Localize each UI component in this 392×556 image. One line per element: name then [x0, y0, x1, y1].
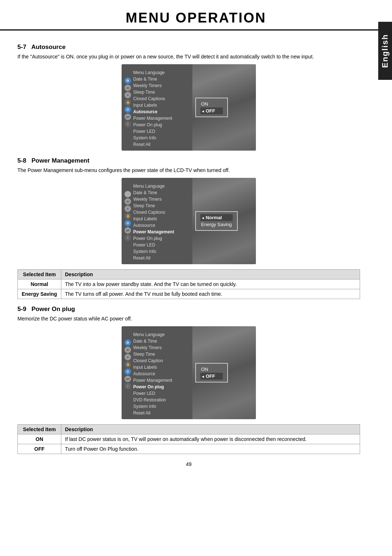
- pop-table-row2-item: OFF: [18, 444, 61, 454]
- pop-icon-ap: AP: [124, 376, 131, 382]
- pm-icon-ap: AP: [124, 227, 131, 234]
- icon-gear: ⚙: [124, 106, 131, 113]
- section-autosource-title: 5-7 Autosource: [17, 44, 360, 51]
- pm-item-sleeptime: Sleep Time: [133, 203, 174, 209]
- powermgmt-option-panel: Normal Energy Saving: [195, 211, 238, 231]
- pop-item-sleeptime: Sleep Time: [133, 351, 172, 357]
- powermgmt-menu-panel: 40 ≡ 🔒 ⚙ AP ! Menu Language Date & Time …: [122, 178, 256, 264]
- icon-lock: 🔒: [124, 99, 131, 106]
- pop-item-weeklytimers: Weekly Timers: [133, 344, 172, 351]
- section-autosource: 5-7 Autosource If the "Autosource" is ON…: [17, 44, 360, 151]
- pm-item-closedcaptions: Closed Captions: [133, 209, 174, 216]
- section-poweronplug-desc: Memorize the DC power status while AC po…: [17, 315, 360, 323]
- pop-icon-lock: 🔒: [124, 361, 131, 368]
- poweronplug-menu-items: Menu Language Date & Time Weekly Timers …: [133, 329, 172, 416]
- page-title: MENU OPERATION: [0, 10, 392, 26]
- autosource-menu-items: Menu Language Date & Time Weekly Timers …: [133, 67, 172, 148]
- pop-item-closedcaption: Closed Caption: [133, 357, 172, 364]
- pm-item-autosource: Autosource: [133, 222, 174, 229]
- autosource-menu-right: ON OFF: [192, 64, 256, 151]
- pm-table-row1-desc: The TV into a low power standby state. A…: [61, 279, 360, 289]
- side-tab-english: English: [378, 22, 392, 80]
- autosource-screenshot: ✿ 40 ≡ 🔒 ⚙ AP ! Menu Language Date & Tim…: [17, 64, 360, 151]
- pm-icon-40: 40: [124, 198, 131, 205]
- section-power-management: 5-8 Power Management The Power Managemen…: [17, 157, 360, 299]
- powermgmt-table-col1-header: Selected Item: [18, 270, 61, 279]
- menu-item-closedcaptions: Closed Captions: [133, 95, 172, 102]
- menu-item-powermgmt: Power Management: [133, 115, 172, 122]
- pm-item-powermgmt: Power Management: [133, 229, 174, 235]
- menu-item-powerled: Power LED: [133, 128, 172, 135]
- icon-ap: AP: [124, 114, 131, 120]
- autosource-menu-left: ✿ 40 ≡ 🔒 ⚙ AP ! Menu Language Date & Tim…: [122, 64, 192, 151]
- pop-item-powermgmt: Power Management: [133, 377, 172, 384]
- icon-info: !: [124, 121, 131, 127]
- poweronplug-menu-left: ✿ 40 ≡ 🔒 ⚙ AP ! Menu Language Date & Tim…: [122, 326, 192, 419]
- pm-item-poweronplug: Power On plug: [133, 235, 174, 242]
- pm-item-inputlabels: Input Labels: [133, 216, 174, 222]
- autosource-menu-panel: ✿ 40 ≡ 🔒 ⚙ AP ! Menu Language Date & Tim…: [122, 64, 256, 151]
- powermgmt-icons-col: 40 ≡ 🔒 ⚙ AP !: [124, 181, 131, 261]
- table-row: ON If last DC power status is on, TV wil…: [18, 434, 360, 444]
- pop-icon-40: 40: [124, 347, 131, 353]
- pop-table-row1-desc: If last DC power status is on, TV will p…: [61, 434, 360, 444]
- pop-option-on: ON: [200, 366, 223, 373]
- pop-icon-flower: ✿: [124, 339, 131, 346]
- section-poweronplug-title: 5-9 Power On plug: [17, 306, 360, 313]
- pm-item-weeklytimers: Weekly Timers: [133, 196, 174, 203]
- pop-item-autosource: Autosource: [133, 371, 172, 377]
- pm-table-row1-item: Normal: [18, 279, 61, 289]
- menu-item-lang: Menu Language: [133, 69, 172, 76]
- pop-icon-info: !: [124, 383, 131, 389]
- powermgmt-table: Selected Item Description Normal The TV …: [17, 269, 360, 299]
- table-row: Energy Saving The TV turns off all power…: [18, 289, 360, 299]
- content-area: 5-7 Autosource If the "Autosource" is ON…: [0, 30, 377, 477]
- pm-icon-gear: ⚙: [124, 220, 131, 226]
- pm-item-datetime: Date & Time: [133, 189, 174, 196]
- pop-icon-gear: ⚙: [124, 368, 131, 375]
- powermgmt-table-col2-header: Description: [61, 270, 360, 279]
- powermgmt-menu-right: Normal Energy Saving: [192, 178, 256, 264]
- pm-item-powerled: Power LED: [133, 242, 174, 248]
- section-autosource-desc: If the "Autosource" is ON. once you plug…: [17, 53, 360, 61]
- pm-icon-info: !: [124, 234, 131, 241]
- pop-item-dvdrestore: DVD Restoration: [133, 397, 172, 403]
- pm-icon-circle: [124, 191, 131, 197]
- pop-item-powerled: Power LED: [133, 390, 172, 397]
- pm-table-row2-desc: The TV turns off all power. And the TV m…: [61, 289, 360, 299]
- menu-item-resetall: Reset All: [133, 141, 172, 148]
- pm-item-lang: Menu Language: [133, 183, 174, 189]
- menu-item-datetime: Date & Time: [133, 76, 172, 82]
- icon-caption: ≡: [124, 92, 131, 98]
- table-row: OFF Turn off Power On Plug function.: [18, 444, 360, 454]
- poweronplug-menu-panel: ✿ 40 ≡ 🔒 ⚙ AP ! Menu Language Date & Tim…: [122, 326, 256, 419]
- poweronplug-icons-col: ✿ 40 ≡ 🔒 ⚙ AP !: [124, 329, 131, 416]
- icon-flower: ✿: [124, 77, 131, 84]
- pop-table-row1-item: ON: [18, 434, 61, 444]
- page-number: 49: [17, 461, 360, 471]
- section-powermgmt-desc: The Power Management sub-menu configures…: [17, 167, 360, 174]
- pop-icon-sq: ≡: [124, 354, 131, 360]
- section-power-on-plug: 5-9 Power On plug Memorize the DC power …: [17, 306, 360, 454]
- autosource-option-panel: ON OFF: [195, 98, 228, 117]
- pop-option-off: OFF: [200, 373, 223, 380]
- pop-item-inputlabels: Input Labels: [133, 364, 172, 371]
- menu-item-sysinfo: System Info: [133, 135, 172, 141]
- pm-item-sysinfo: System Info: [133, 248, 174, 255]
- pop-item-sysinfo: System Info: [133, 403, 172, 410]
- pop-table-row2-desc: Turn off Power On Plug function.: [61, 444, 360, 454]
- poweronplug-option-panel: ON OFF: [195, 363, 228, 383]
- powermgmt-screenshot: 40 ≡ 🔒 ⚙ AP ! Menu Language Date & Time …: [17, 178, 360, 264]
- menu-item-weeklytimers: Weekly Timers: [133, 82, 172, 89]
- pm-option-energysaving: Energy Saving: [200, 221, 233, 228]
- pm-icon-sq: ≡: [124, 205, 131, 212]
- poweronplug-table-col1-header: Selected Item: [18, 425, 61, 434]
- menu-item-poweronplug: Power On plug: [133, 122, 172, 128]
- menu-icons-col: ✿ 40 ≡ 🔒 ⚙ AP !: [124, 67, 131, 148]
- autosource-option-on: ON: [200, 101, 223, 107]
- powermgmt-menu-left: 40 ≡ 🔒 ⚙ AP ! Menu Language Date & Time …: [122, 178, 192, 264]
- table-row: Normal The TV into a low power standby s…: [18, 279, 360, 289]
- pop-item-datetime: Date & Time: [133, 338, 172, 344]
- menu-item-inputlabels: Input Labels: [133, 102, 172, 109]
- powermgmt-menu-items: Menu Language Date & Time Weekly Timers …: [133, 181, 174, 261]
